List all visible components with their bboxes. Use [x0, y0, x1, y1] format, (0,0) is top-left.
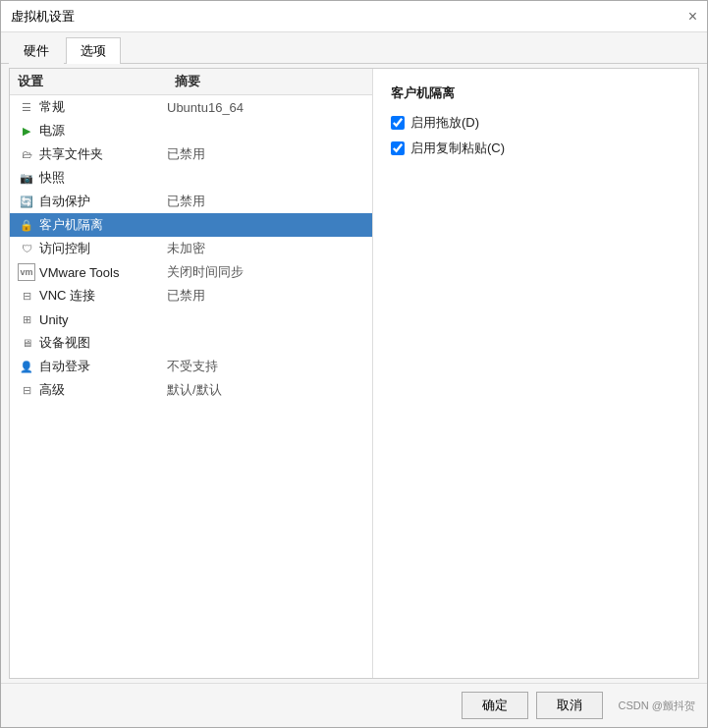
autologon-summary: 不受支持 — [167, 358, 364, 375]
device-view-icon: 🖥 — [18, 334, 35, 352]
list-item-autoprotect[interactable]: 🔄 自动保护 已禁用 — [10, 190, 372, 213]
power-name: 电源 — [39, 122, 167, 140]
access-control-summary: 未加密 — [167, 240, 364, 257]
list-item-snapshot[interactable]: 📷 快照 — [10, 166, 372, 190]
left-panel: 设置 摘要 ☰ 常规 Ubuntu16_64 ▶ 电源 🗁 共享文件夹 已禁用 … — [10, 69, 373, 678]
general-name: 常规 — [39, 98, 167, 116]
enable-copy-paste-label[interactable]: 启用复制粘贴(C) — [410, 140, 505, 157]
enable-drag-label[interactable]: 启用拖放(D) — [410, 114, 479, 132]
checkbox-row-copy-paste: 启用复制粘贴(C) — [391, 140, 681, 157]
vnc-name: VNC 连接 — [39, 287, 167, 305]
list-item-advanced[interactable]: ⊟ 高级 默认/默认 — [10, 378, 372, 402]
list-item-unity[interactable]: ⊞ Unity — [10, 308, 372, 331]
snapshot-name: 快照 — [39, 169, 167, 187]
autologon-name: 自动登录 — [39, 358, 167, 375]
close-button[interactable]: × — [688, 9, 697, 25]
list-item-general[interactable]: ☰ 常规 Ubuntu16_64 — [10, 95, 372, 119]
tab-hardware[interactable]: 硬件 — [9, 37, 64, 64]
vmware-tools-name: VMware Tools — [39, 265, 167, 280]
unity-icon: ⊞ — [18, 310, 35, 328]
access-control-icon: 🛡 — [18, 240, 35, 257]
general-summary: Ubuntu16_64 — [167, 100, 364, 115]
content-area: 设置 摘要 ☰ 常规 Ubuntu16_64 ▶ 电源 🗁 共享文件夹 已禁用 … — [9, 68, 699, 679]
list-item-shared-folder[interactable]: 🗁 共享文件夹 已禁用 — [10, 142, 372, 166]
access-control-name: 访问控制 — [39, 240, 167, 257]
window-title: 虚拟机设置 — [11, 8, 75, 26]
col-name-header: 设置 — [18, 73, 175, 90]
shared-folder-icon: 🗁 — [18, 145, 35, 163]
cancel-button[interactable]: 取消 — [536, 692, 603, 719]
vnc-summary: 已禁用 — [167, 287, 364, 305]
vnc-icon: ⊟ — [18, 287, 35, 305]
checkbox-row-drag: 启用拖放(D) — [391, 114, 681, 132]
guest-isolation-name: 客户机隔离 — [39, 216, 167, 234]
section-title: 客户机隔离 — [391, 84, 681, 102]
vmware-tools-summary: 关闭时间同步 — [167, 263, 364, 281]
autoprotect-name: 自动保护 — [39, 193, 167, 210]
col-summary-header: 摘要 — [175, 73, 364, 90]
enable-drag-checkbox[interactable] — [391, 116, 405, 130]
tabs-bar: 硬件 选项 — [1, 32, 707, 64]
autologon-icon: 👤 — [18, 358, 35, 375]
shared-folder-summary: 已禁用 — [167, 145, 364, 163]
advanced-name: 高级 — [39, 381, 167, 399]
snapshot-icon: 📷 — [18, 169, 35, 187]
unity-name: Unity — [39, 312, 167, 327]
guest-isolation-icon: 🔒 — [18, 216, 35, 234]
list-item-vnc[interactable]: ⊟ VNC 连接 已禁用 — [10, 284, 372, 308]
advanced-summary: 默认/默认 — [167, 381, 364, 399]
device-view-name: 设备视图 — [39, 334, 167, 352]
list-item-guest-isolation[interactable]: 🔒 客户机隔离 — [10, 213, 372, 237]
confirm-button[interactable]: 确定 — [462, 692, 528, 719]
right-panel: 客户机隔离 启用拖放(D) 启用复制粘贴(C) — [373, 69, 698, 678]
footer: 确定 取消 CSDN @颤抖贺 — [1, 683, 707, 727]
tab-options[interactable]: 选项 — [66, 37, 121, 64]
title-bar: 虚拟机设置 × — [1, 1, 707, 32]
shared-folder-name: 共享文件夹 — [39, 145, 167, 163]
list-item-autologon[interactable]: 👤 自动登录 不受支持 — [10, 355, 372, 378]
power-icon: ▶ — [18, 122, 35, 140]
autoprotect-icon: 🔄 — [18, 193, 35, 210]
general-icon: ☰ — [18, 98, 35, 116]
list-item-power[interactable]: ▶ 电源 — [10, 119, 372, 142]
list-item-vmware-tools[interactable]: vm VMware Tools 关闭时间同步 — [10, 260, 372, 284]
enable-copy-paste-checkbox[interactable] — [391, 141, 405, 155]
main-window: 虚拟机设置 × 硬件 选项 设置 摘要 ☰ 常规 Ubuntu16_64 ▶ 电… — [0, 0, 708, 728]
vmware-tools-icon: vm — [18, 263, 35, 281]
autoprotect-summary: 已禁用 — [167, 193, 364, 210]
list-item-device-view[interactable]: 🖥 设备视图 — [10, 331, 372, 355]
list-item-access-control[interactable]: 🛡 访问控制 未加密 — [10, 237, 372, 260]
watermark: CSDN @颤抖贺 — [619, 699, 695, 713]
advanced-icon: ⊟ — [18, 381, 35, 399]
list-header: 设置 摘要 — [10, 69, 372, 95]
